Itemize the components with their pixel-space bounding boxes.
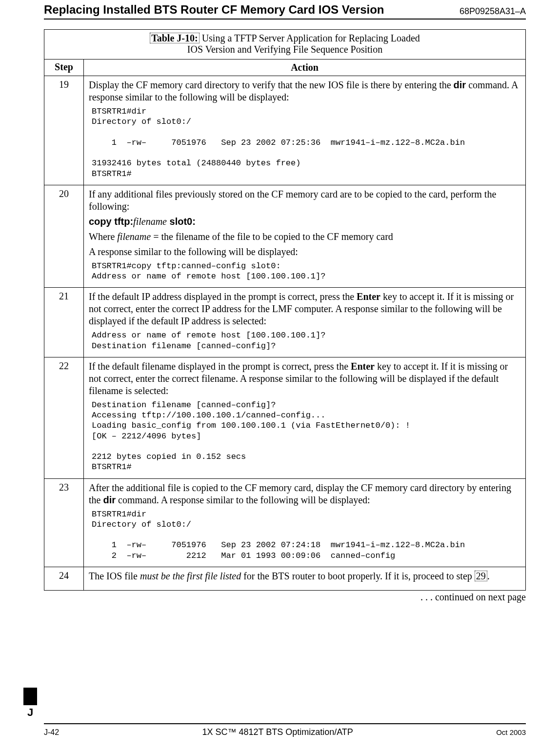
cmd-copy: copy tftp: <box>89 216 133 227</box>
table-row: 22 If the default filename displayed in … <box>44 357 526 478</box>
table-title-line1: Using a TFTP Server Application for Repl… <box>200 33 420 43</box>
side-tab-letter: J <box>23 706 37 719</box>
table-row: 24 The IOS file must be the first file l… <box>44 567 526 590</box>
emphasis: must be the first file listed <box>140 571 241 581</box>
doc-code: 68P09258A31–A <box>460 6 526 17</box>
step-ref-link[interactable]: 29 <box>475 571 487 581</box>
text: = the filename of the file to be copied … <box>151 231 393 242</box>
step-action: Display the CF memory card directory to … <box>84 76 526 185</box>
table-number: Table J-10: <box>151 33 198 43</box>
cmd-dir: dir <box>103 495 116 505</box>
procedure-table: Table J-10: Using a TFTP Server Applicat… <box>44 29 526 591</box>
side-tab-marker <box>23 688 37 705</box>
code-block: BTSRTR1#copy tftp:canned–config slot0: A… <box>92 261 520 282</box>
code-block: Destination filename [canned–config]? Ac… <box>92 400 520 473</box>
text: for the BTS router to boot properly. If … <box>241 571 475 581</box>
step-number: 23 <box>44 478 84 567</box>
page-title: Replacing Installed BTS Router CF Memory… <box>44 3 384 17</box>
page-number: J-42 <box>44 728 59 737</box>
col-header-step: Step <box>44 59 84 76</box>
cmd-dir: dir <box>454 79 466 90</box>
header-divider <box>44 19 526 20</box>
step-action: If any additional files previously store… <box>84 185 526 288</box>
code-block: BTSRTR1#dir Directory of slot0:/ 1 –rw– … <box>92 106 520 179</box>
step-action: If the default IP address displayed in t… <box>84 288 526 357</box>
text: . <box>487 571 490 581</box>
text: The IOS file <box>89 571 140 581</box>
key-enter: Enter <box>351 361 375 372</box>
step-action: The IOS file must be the first file list… <box>84 567 526 590</box>
table-row: 20 If any additional files previously st… <box>44 185 526 288</box>
step-number: 24 <box>44 567 84 590</box>
table-row: 23 After the additional file is copied t… <box>44 478 526 567</box>
text: A response similar to the following will… <box>89 246 520 258</box>
appendix-side-tab: J <box>23 688 37 718</box>
continued-note: . . . continued on next page <box>44 592 526 603</box>
table-row: 21 If the default IP address displayed i… <box>44 288 526 357</box>
col-header-action: Action <box>84 59 526 76</box>
cmd-filename: filename <box>133 216 167 227</box>
key-enter: Enter <box>357 291 380 302</box>
step-number: 20 <box>44 185 84 288</box>
footer-title: 1X SC™ 4812T BTS Optimization/ATP <box>202 727 353 737</box>
step-number: 22 <box>44 357 84 478</box>
text: command. A response similar to the follo… <box>116 495 370 505</box>
code-block: Address or name of remote host [100.100.… <box>92 330 520 351</box>
table-title-line2: IOS Version and Verifying File Sequence … <box>187 44 382 55</box>
text: Display the CF memory card directory to … <box>89 79 454 90</box>
step-action: If the default filename displayed in the… <box>84 357 526 478</box>
code-block: BTSRTR1#dir Directory of slot0:/ 1 –rw– … <box>92 509 520 561</box>
step-number: 19 <box>44 76 84 185</box>
step-action: After the additional file is copied to t… <box>84 478 526 567</box>
step-number: 21 <box>44 288 84 357</box>
text: If the default filename displayed in the… <box>89 361 351 372</box>
table-ref-box: Table J-10: <box>150 33 199 43</box>
table-row: 19 Display the CF memory card directory … <box>44 76 526 185</box>
footer-date: Oct 2003 <box>496 728 526 736</box>
filename-var: filename <box>117 231 151 242</box>
text: If any additional files previously store… <box>89 188 520 213</box>
text: Where <box>89 231 117 242</box>
text: If the default IP address displayed in t… <box>89 291 357 302</box>
footer-divider <box>44 723 526 724</box>
cmd-slot: slot0: <box>167 216 196 227</box>
table-title: Table J-10: Using a TFTP Server Applicat… <box>44 30 526 59</box>
